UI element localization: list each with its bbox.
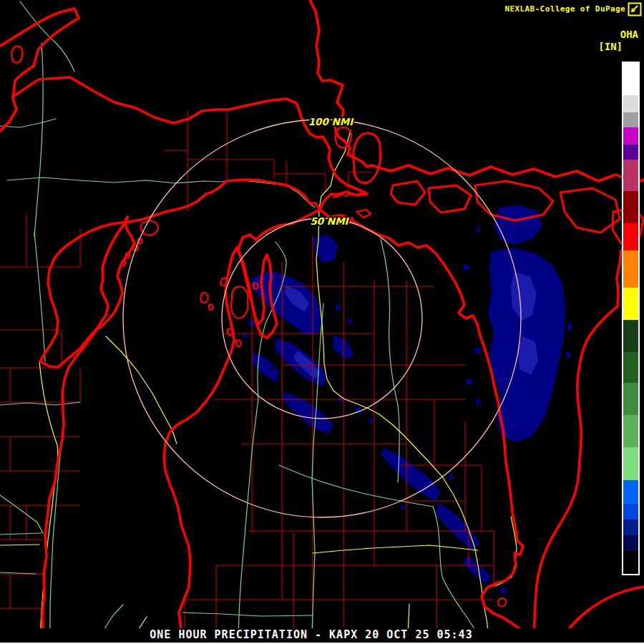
color-scale-segment <box>623 223 638 250</box>
road <box>0 402 80 405</box>
color-scale-segment <box>623 535 638 551</box>
range-ring-labels: 100 NMI 50 NMI <box>308 116 355 227</box>
precip-blob <box>252 352 279 382</box>
highway <box>106 336 177 444</box>
major-road-layer <box>0 130 517 635</box>
color-scale-segment <box>623 447 638 480</box>
color-scale-segment <box>623 383 638 415</box>
color-scale-segment <box>623 519 638 535</box>
precip-blob <box>435 502 479 551</box>
island-charity <box>498 598 506 606</box>
nexlab-logo-icon <box>628 2 642 16</box>
site-title: NEXLAB-College of DuPage <box>504 4 625 14</box>
road <box>381 239 399 482</box>
color-scale-segment <box>623 145 638 160</box>
color-scale-segment <box>623 63 638 95</box>
status-text: ONE HOUR PRECIPITATION - KAPX 20 OCT 25 … <box>0 628 623 641</box>
highway-i75 <box>316 130 489 635</box>
road <box>34 233 45 361</box>
highway <box>0 545 39 545</box>
range-ring-label-100: 100 NMI <box>308 116 355 127</box>
road <box>312 303 323 635</box>
highway <box>495 517 517 586</box>
county-boundary-layer <box>0 111 494 628</box>
color-scale-segment <box>623 352 638 383</box>
color-scale-segment <box>623 112 638 127</box>
product-label: OHA <box>620 29 638 40</box>
shoreline-peninsula-nw <box>0 9 79 131</box>
precip-blob <box>494 205 542 245</box>
color-scale-segment <box>623 250 638 288</box>
radar-map: 100 NMI 50 NMI <box>0 0 644 644</box>
color-scale-segment <box>623 127 638 145</box>
island <box>11 47 22 63</box>
color-scale-bar <box>622 62 640 575</box>
highway <box>313 545 478 553</box>
color-scale-segment <box>623 160 638 191</box>
county-lines-lp-h <box>185 286 494 600</box>
road <box>0 495 43 533</box>
units-label: [IN] <box>598 41 623 52</box>
color-scale-segment <box>623 288 638 320</box>
precip-blob <box>381 448 441 501</box>
color-scale-segment <box>623 95 638 112</box>
shoreline-canada-soo <box>310 0 371 167</box>
color-scale-segment <box>623 504 638 519</box>
color-scale-segment <box>623 320 638 352</box>
color-scale-segment <box>623 480 638 504</box>
radar-viewport: { "header": { "title": "NEXLAB-College o… <box>0 0 644 644</box>
island-drummond-chain <box>391 181 471 213</box>
color-scale-segment <box>623 191 638 223</box>
range-ring-label-50: 50 NMI <box>310 215 349 227</box>
shoreline-superior <box>13 77 323 137</box>
road <box>34 43 43 236</box>
color-scale-segment <box>623 551 638 574</box>
shoreline-door-lakeside-wisconsin <box>42 217 127 637</box>
color-scale-segment <box>623 415 638 447</box>
county-lines-wi <box>0 215 80 608</box>
